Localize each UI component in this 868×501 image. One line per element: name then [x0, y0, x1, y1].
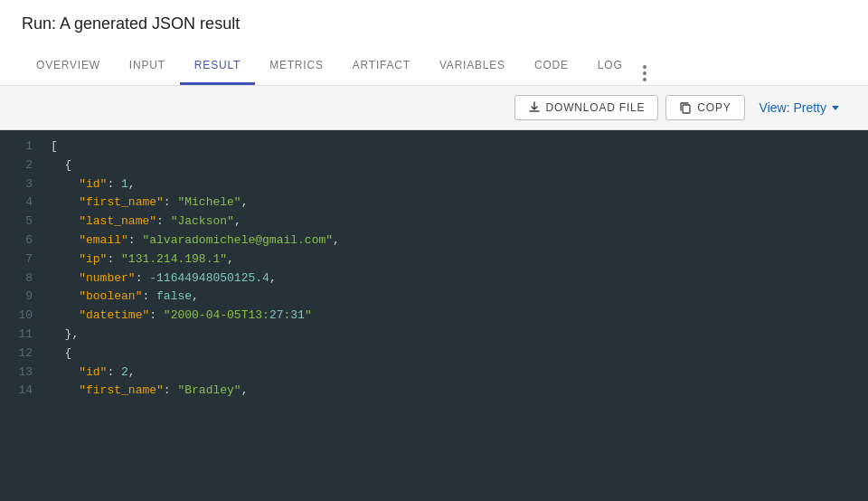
- table-row: 9 "boolean": false,: [0, 288, 868, 307]
- line-number: 8: [0, 269, 43, 288]
- table-row: 5 "last_name": "Jackson",: [0, 213, 868, 232]
- tab-overview[interactable]: OVERVIEW: [22, 48, 115, 85]
- line-number: 3: [0, 175, 43, 194]
- line-content: "last_name": "Jackson",: [43, 213, 868, 232]
- line-content: {: [43, 156, 868, 175]
- table-row: 12 {: [0, 345, 868, 364]
- tab-log[interactable]: LOG: [583, 48, 637, 85]
- copy-button[interactable]: COPY: [665, 95, 744, 120]
- code-table: 1[2 {3 "id": 1,4 "first_name": "Michele"…: [0, 137, 868, 401]
- header: Run: A generated JSON result OVERVIEW IN…: [0, 0, 868, 86]
- table-row: 14 "first_name": "Bradley",: [0, 382, 868, 401]
- download-file-button[interactable]: DOWNLOAD FILE: [514, 95, 659, 120]
- table-row: 10 "datetime": "2000-04-05T13:27:31": [0, 307, 868, 326]
- download-label: DOWNLOAD FILE: [546, 101, 646, 114]
- table-row: 4 "first_name": "Michele",: [0, 194, 868, 213]
- table-row: 3 "id": 1,: [0, 175, 868, 194]
- table-row: 7 "ip": "131.214.198.1",: [0, 250, 868, 269]
- toolbar: DOWNLOAD FILE COPY View: Pretty: [0, 86, 868, 130]
- line-number: 4: [0, 194, 43, 213]
- line-content: "id": 1,: [43, 175, 868, 194]
- chevron-down-icon: [832, 106, 839, 110]
- page-title: Run: A generated JSON result: [22, 14, 846, 48]
- table-row: 1[: [0, 137, 868, 156]
- line-number: 9: [0, 288, 43, 307]
- line-content: "datetime": "2000-04-05T13:27:31": [43, 307, 868, 326]
- code-area[interactable]: 1[2 {3 "id": 1,4 "first_name": "Michele"…: [0, 130, 868, 501]
- view-label: View: Pretty: [760, 100, 826, 115]
- line-content: "boolean": false,: [43, 288, 868, 307]
- tab-result[interactable]: RESULT: [180, 48, 255, 85]
- line-number: 13: [0, 364, 43, 383]
- tabs-bar: OVERVIEW INPUT RESULT METRICS ARTIFACT V…: [22, 48, 846, 85]
- view-pretty-button[interactable]: View: Pretty: [752, 95, 846, 120]
- tab-artifact[interactable]: ARTIFACT: [338, 48, 425, 85]
- download-icon: [528, 101, 541, 114]
- line-content: },: [43, 326, 868, 345]
- line-content: "ip": "131.214.198.1",: [43, 250, 868, 269]
- tab-variables[interactable]: VARIABLES: [425, 48, 520, 85]
- line-number: 6: [0, 232, 43, 250]
- line-number: 12: [0, 345, 43, 364]
- line-number: 11: [0, 326, 43, 345]
- line-content: "number": -11644948050125.4,: [43, 269, 868, 288]
- line-content: "id": 2,: [43, 364, 868, 383]
- table-row: 13 "id": 2,: [0, 364, 868, 383]
- table-row: 6 "email": "alvaradomichele@gmail.com",: [0, 232, 868, 250]
- more-options-icon[interactable]: [637, 61, 652, 85]
- line-content: [: [43, 137, 868, 156]
- line-number: 10: [0, 307, 43, 326]
- line-content: "email": "alvaradomichele@gmail.com",: [43, 232, 868, 250]
- copy-label: COPY: [697, 101, 731, 114]
- table-row: 11 },: [0, 326, 868, 345]
- line-content: "first_name": "Michele",: [43, 194, 868, 213]
- line-number: 14: [0, 382, 43, 401]
- tab-code[interactable]: CODE: [520, 48, 583, 85]
- line-number: 7: [0, 250, 43, 269]
- svg-rect-0: [683, 105, 690, 113]
- tab-metrics[interactable]: METRICS: [255, 48, 338, 85]
- page-container: Run: A generated JSON result OVERVIEW IN…: [0, 0, 868, 501]
- line-number: 5: [0, 213, 43, 232]
- line-content: {: [43, 345, 868, 364]
- tab-input[interactable]: INPUT: [115, 48, 180, 85]
- copy-icon: [679, 101, 692, 114]
- line-content: "first_name": "Bradley",: [43, 382, 868, 401]
- table-row: 8 "number": -11644948050125.4,: [0, 269, 868, 288]
- line-number: 1: [0, 137, 43, 156]
- table-row: 2 {: [0, 156, 868, 175]
- line-number: 2: [0, 156, 43, 175]
